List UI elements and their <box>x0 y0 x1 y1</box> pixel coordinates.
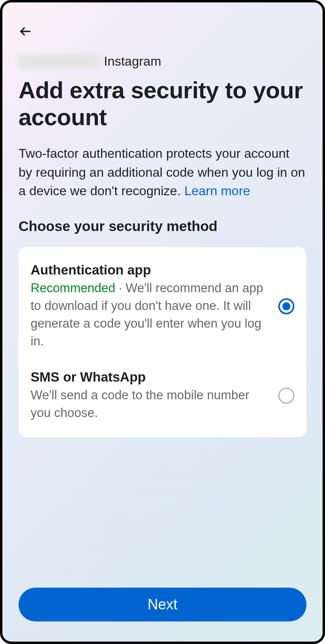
description-text: Two-factor authentication protects your … <box>19 146 305 198</box>
separator: · <box>115 281 126 295</box>
option-title: Authentication app <box>31 262 270 278</box>
radio-sms-whatsapp[interactable] <box>278 388 294 404</box>
section-title: Choose your security method <box>19 218 306 234</box>
arrow-left-icon <box>19 25 32 38</box>
option-description: We'll send a code to the mobile number y… <box>31 386 270 422</box>
security-method-card: Authentication app Recommended · We'll r… <box>19 247 306 437</box>
screen-container: Instagram Add extra security to your acc… <box>0 0 325 644</box>
option-title: SMS or WhatsApp <box>31 369 270 385</box>
page-description: Two-factor authentication protects your … <box>19 144 306 200</box>
option-sms-whatsapp[interactable]: SMS or WhatsApp We'll send a code to the… <box>19 360 306 431</box>
next-button[interactable]: Next <box>19 588 306 621</box>
recommended-badge: Recommended <box>31 281 115 295</box>
option-authentication-app[interactable]: Authentication app Recommended · We'll r… <box>19 253 306 360</box>
footer: Next <box>2 588 323 642</box>
account-header-row: Instagram <box>19 54 306 69</box>
option-body: Authentication app Recommended · We'll r… <box>31 262 270 350</box>
spacer <box>2 437 323 588</box>
page-title: Add extra security to your account <box>19 77 306 130</box>
option-body: SMS or WhatsApp We'll send a code to the… <box>31 369 270 422</box>
top-area: Instagram Add extra security to your acc… <box>2 2 323 247</box>
username-redacted <box>19 55 99 68</box>
platform-label: Instagram <box>104 54 161 69</box>
back-button[interactable] <box>19 22 38 41</box>
learn-more-link[interactable]: Learn more <box>184 184 250 198</box>
option-description: Recommended · We'll recommend an app to … <box>31 279 270 350</box>
radio-authentication-app[interactable] <box>278 298 294 314</box>
